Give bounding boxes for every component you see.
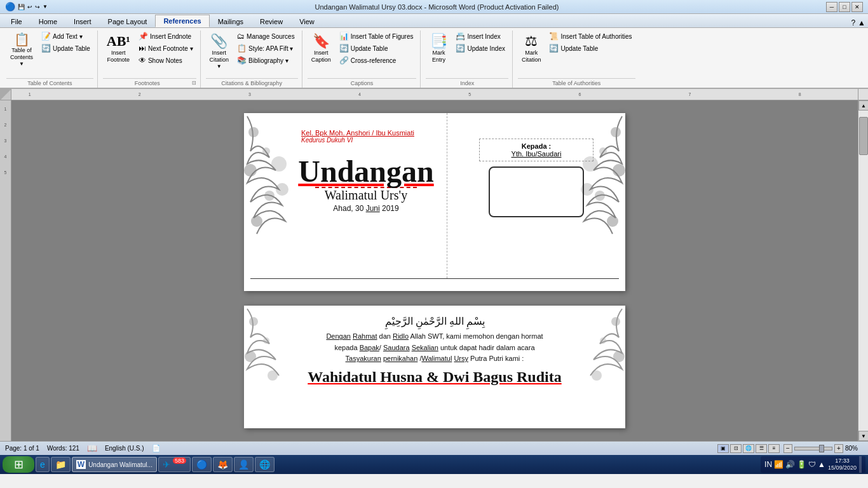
scroll-up-button[interactable]: ▲ bbox=[858, 100, 868, 111]
quick-redo[interactable]: ↪ bbox=[35, 4, 40, 10]
update-table-toc-button[interactable]: 🔄 Update Table bbox=[38, 43, 93, 54]
scroll-thumb[interactable] bbox=[859, 117, 868, 155]
tray-network-icon[interactable]: 📶 bbox=[774, 460, 783, 469]
taskbar-explorer[interactable]: 📁 bbox=[51, 457, 71, 472]
insert-citation-button[interactable]: 📎 InsertCitation ▼ bbox=[206, 30, 233, 72]
close-button[interactable]: ✕ bbox=[851, 2, 863, 12]
tray-speaker-icon[interactable]: 🔊 bbox=[785, 460, 795, 469]
taskbar-telegram[interactable]: ✈ 583 bbox=[158, 457, 191, 472]
group-label-toc: Table of Contents bbox=[6, 78, 93, 88]
mark-entry-button[interactable]: 📑 MarkEntry bbox=[426, 30, 451, 66]
add-text-label: Add Text ▾ bbox=[53, 33, 83, 40]
insert-footnote-button[interactable]: AB¹ InsertFootnote bbox=[103, 30, 134, 66]
update-index-label: Update Index bbox=[467, 45, 505, 52]
update-table-auth-button[interactable]: 🔄 Update Table bbox=[546, 43, 635, 54]
cross-reference-button[interactable]: 🔗 Cross-reference bbox=[336, 55, 417, 66]
bibliography-button[interactable]: 📚 Bibliography ▾ bbox=[234, 55, 298, 66]
table-of-contents-button[interactable]: 📋 Table ofContents ▼ bbox=[6, 30, 37, 69]
kepada-box: Kepada : Yth. Ibu/Saudari bbox=[479, 139, 593, 161]
page1-right: Kepada : Yth. Ibu/Saudari bbox=[447, 113, 625, 278]
zoom-out-button[interactable]: − bbox=[783, 444, 792, 453]
taskbar-network[interactable]: 🌐 bbox=[255, 457, 275, 472]
insert-table-figures-button[interactable]: 📊 Insert Table of Figures bbox=[336, 30, 417, 42]
page-2: بِسْمِ اللهِ الرَّحْمٰنِ الرَّحِيْمِ Den… bbox=[244, 306, 625, 428]
update-index-button[interactable]: 🔄 Update Index bbox=[452, 43, 508, 54]
ruler-area: 1 2 3 4 5 6 7 8 bbox=[0, 89, 868, 100]
zoom-controls: − + 80% bbox=[783, 444, 863, 453]
manage-sources-button[interactable]: 🗂 Manage Sources bbox=[234, 30, 298, 42]
tab-home[interactable]: Home bbox=[31, 15, 65, 27]
language[interactable]: English (U.S.) bbox=[105, 445, 144, 452]
mark-citation-icon: ⚖ bbox=[525, 33, 538, 50]
body-line3: Tasyakuran pernikahan /Walimatul Ursy Pu… bbox=[269, 353, 600, 365]
manage-sources-label: Manage Sources bbox=[247, 33, 295, 40]
web-layout-btn[interactable]: 🌐 bbox=[743, 444, 754, 453]
sender-info: Kel. Bpk Moh. Anshori / Ibu Kusmiati Ked… bbox=[257, 123, 437, 144]
bibliography-label: Bibliography ▾ bbox=[248, 57, 288, 64]
taskbar-person[interactable]: 👤 bbox=[234, 457, 254, 472]
insert-index-label: Insert Index bbox=[467, 33, 500, 40]
mark-entry-icon: 📑 bbox=[430, 33, 447, 50]
insert-table-authorities-label: Insert Table of Authorities bbox=[560, 33, 632, 40]
ribbon-help[interactable]: ? bbox=[851, 18, 855, 27]
tray-clock[interactable]: 17:33 15/09/2020 bbox=[828, 458, 857, 471]
tab-pagelayout[interactable]: Page Layout bbox=[100, 15, 156, 27]
start-button[interactable]: ⊞ bbox=[3, 456, 34, 473]
chrome-icon: 🔵 bbox=[196, 459, 207, 470]
show-notes-button[interactable]: 👁 Show Notes bbox=[135, 55, 196, 66]
address-box bbox=[489, 166, 584, 217]
style-button[interactable]: 📋 Style: APA Fift ▾ bbox=[234, 43, 298, 54]
tray-arrow[interactable]: ▲ bbox=[818, 460, 825, 469]
scroll-track[interactable] bbox=[858, 111, 868, 431]
quick-undo[interactable]: ↩ bbox=[27, 4, 32, 10]
insert-index-button[interactable]: 📇 Insert Index bbox=[452, 30, 508, 42]
taskbar-word[interactable]: W Undangan Walimatul... bbox=[72, 457, 157, 472]
insert-endnote-button[interactable]: 📌 Insert Endnote bbox=[135, 30, 196, 42]
body-line1: Dengan Rahmat dan Ridlo Allah SWT, kami … bbox=[269, 331, 600, 342]
next-footnote-label: Next Footnote ▾ bbox=[148, 45, 193, 52]
draft-btn[interactable]: ≡ bbox=[768, 444, 780, 453]
mark-citation-button[interactable]: ⚖ MarkCitation bbox=[518, 30, 545, 66]
title-left: 🔵 💾 ↩ ↪ ▼ bbox=[5, 2, 48, 11]
tray-icons: IN 📶 🔊 🔋 🛡 ▲ bbox=[764, 460, 825, 469]
show-desktop-btn[interactable] bbox=[859, 456, 862, 473]
window-controls[interactable]: ─ □ ✕ bbox=[826, 2, 863, 12]
full-reading-btn[interactable]: ⊡ bbox=[730, 444, 742, 453]
quick-dropdown[interactable]: ▼ bbox=[43, 4, 48, 10]
zoom-percent: 80% bbox=[845, 445, 863, 452]
tab-view[interactable]: View bbox=[291, 15, 323, 27]
toc-icon: 📋 bbox=[14, 33, 30, 46]
maximize-button[interactable]: □ bbox=[839, 2, 850, 12]
next-footnote-button[interactable]: ⏭ Next Footnote ▾ bbox=[135, 43, 196, 54]
outline-btn[interactable]: ☰ bbox=[756, 444, 767, 453]
print-layout-btn[interactable]: ▣ bbox=[717, 444, 729, 453]
insert-table-authorities-button[interactable]: 📜 Insert Table of Authorities bbox=[546, 30, 635, 42]
taskbar-word-label: Undangan Walimatul... bbox=[88, 461, 153, 468]
tab-mailings[interactable]: Mailings bbox=[210, 15, 252, 27]
update-table-captions-button[interactable]: 🔄 Update Table bbox=[336, 43, 417, 54]
zoom-thumb[interactable] bbox=[819, 445, 824, 452]
taskbar-ie[interactable]: e bbox=[36, 457, 50, 472]
group-table-of-contents: 📋 Table ofContents ▼ 📝 Add Text ▾ 🔄 Upda… bbox=[3, 30, 98, 88]
minimize-button[interactable]: ─ bbox=[826, 2, 837, 12]
spell-check-icon[interactable]: 📖 bbox=[87, 444, 97, 453]
add-text-button[interactable]: 📝 Add Text ▾ bbox=[38, 30, 93, 42]
tab-insert[interactable]: Insert bbox=[65, 15, 100, 27]
footnotes-expand[interactable]: ⊡ bbox=[192, 80, 196, 86]
page1-left: Kel. Bpk Moh. Anshori / Ibu Kusmiati Ked… bbox=[244, 113, 447, 278]
tab-references[interactable]: References bbox=[155, 15, 209, 27]
ribbon-minimize[interactable]: ▲ bbox=[858, 18, 865, 27]
tab-review[interactable]: Review bbox=[252, 15, 291, 27]
insert-caption-button[interactable]: 🔖 InsertCaption bbox=[308, 30, 335, 66]
quick-save[interactable]: 💾 bbox=[18, 4, 25, 10]
scroll-down-button[interactable]: ▼ bbox=[858, 431, 868, 441]
tray-time-display: 17:33 bbox=[835, 458, 850, 464]
taskbar-chrome[interactable]: 🔵 bbox=[192, 457, 212, 472]
zoom-slider[interactable] bbox=[794, 447, 832, 451]
vertical-scrollbar[interactable]: ▲ ▼ bbox=[858, 100, 868, 441]
zoom-in-button[interactable]: + bbox=[834, 444, 843, 453]
tab-file[interactable]: File bbox=[3, 15, 31, 27]
taskbar-firefox[interactable]: 🦊 bbox=[213, 457, 233, 472]
telegram-icon: ✈ bbox=[163, 459, 170, 470]
status-left: Page: 1 of 1 Words: 121 📖 English (U.S.)… bbox=[5, 444, 161, 453]
